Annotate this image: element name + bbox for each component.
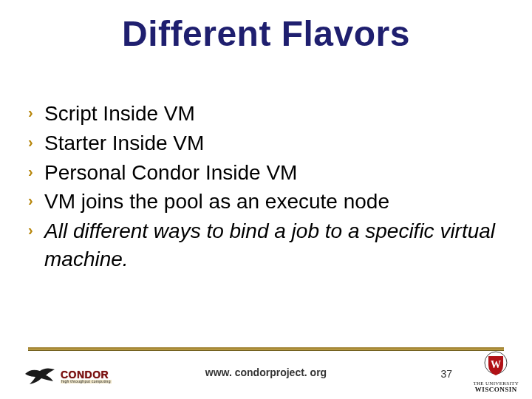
bullet-text: Personal Condor Inside VM	[44, 159, 504, 187]
bullet-text: VM joins the pool as an execute node	[44, 188, 504, 216]
bullet-list: › Script Inside VM › Starter Inside VM ›…	[28, 100, 504, 275]
bullet-text: All different ways to bind a job to a sp…	[44, 217, 504, 273]
chevron-icon: ›	[28, 159, 44, 182]
bullet-item: › All different ways to bind a job to a …	[28, 217, 504, 273]
svg-text:W: W	[491, 359, 501, 370]
page-number: 37	[440, 368, 452, 380]
chevron-icon: ›	[28, 217, 44, 240]
bullet-text: Starter Inside VM	[44, 129, 504, 157]
wisconsin-label-bottom: WISCONSIN	[475, 386, 517, 393]
footer-divider	[28, 347, 504, 352]
bullet-item: › Script Inside VM	[28, 100, 504, 128]
condor-tagline: high throughput computing	[61, 380, 112, 383]
chevron-icon: ›	[28, 129, 44, 152]
chevron-icon: ›	[28, 188, 44, 211]
chevron-icon: ›	[28, 100, 44, 123]
bullet-item: › Starter Inside VM	[28, 129, 504, 157]
footer-url: www. condorproject. org	[0, 366, 532, 378]
slide-title: Different Flavors	[0, 13, 532, 54]
bullet-item: › VM joins the pool as an execute node	[28, 188, 504, 216]
bullet-text: Script Inside VM	[44, 100, 504, 128]
wisconsin-logo: W THE UNIVERSITY WISCONSIN	[473, 350, 519, 393]
slide: Different Flavors › Script Inside VM › S…	[0, 0, 532, 399]
bullet-item: › Personal Condor Inside VM	[28, 159, 504, 187]
wisconsin-crest-icon: W	[482, 350, 509, 380]
